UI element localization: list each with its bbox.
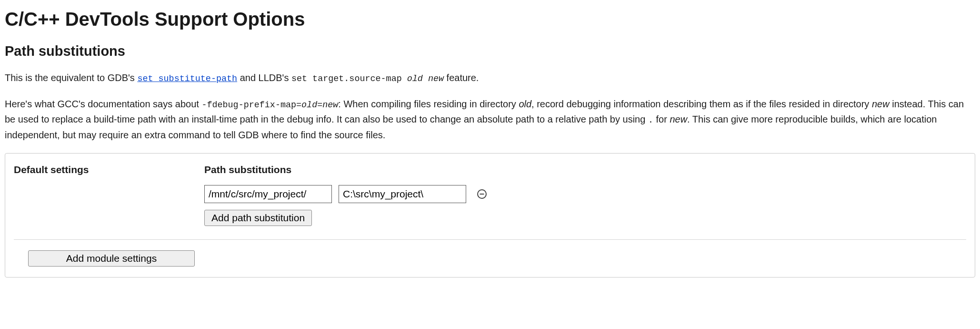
gcc-text: for (653, 114, 670, 124)
gcc-paragraph: Here's what GCC's documentation says abo… (5, 97, 975, 143)
path-from-input[interactable] (204, 185, 332, 203)
lldb-command-code: set target.source-map (291, 74, 407, 84)
remove-row-button[interactable] (476, 188, 488, 200)
page-title: C/C++ DevTools Support Options (5, 9, 975, 30)
new-italic: new (872, 99, 890, 109)
lldb-old-arg: old (407, 74, 423, 84)
intro-text: feature. (444, 72, 479, 83)
add-module-settings-button[interactable]: Add module settings (28, 250, 195, 267)
path-substitution-row (204, 185, 966, 203)
gcc-flag-old: old (301, 100, 317, 110)
gcc-flag-eq: = (317, 100, 322, 110)
add-path-substitution-button[interactable]: Add path substitution (204, 210, 312, 226)
intro-paragraph: This is the equivalent to GDB's set subs… (5, 71, 975, 86)
remove-icon (477, 189, 487, 199)
path-substitutions-label: Path substitutions (204, 164, 966, 175)
path-to-input[interactable] (339, 185, 466, 203)
new-italic-2: new (670, 114, 687, 124)
divider (14, 239, 966, 240)
gcc-text: : When compiling files residing in direc… (338, 99, 519, 109)
settings-panel: Default settings Path substitutions Add … (5, 153, 975, 278)
code-space (423, 74, 428, 84)
dot-mono: . (648, 115, 653, 125)
intro-text: This is the equivalent to GDB's (5, 72, 137, 83)
intro-text: and LLDB's (237, 72, 291, 83)
default-settings-label: Default settings (14, 164, 204, 175)
gcc-flag-code: -fdebug-prefix-map= (201, 100, 301, 110)
lldb-new-arg: new (428, 74, 444, 84)
old-italic: old (519, 99, 531, 109)
section-heading: Path substitutions (5, 43, 975, 59)
gcc-text: , record debugging information describin… (531, 99, 872, 109)
set-substitute-path-link[interactable]: set substitute-path (137, 74, 237, 84)
gcc-flag-new: new (322, 100, 338, 110)
gcc-text: Here's what GCC's documentation says abo… (5, 99, 201, 109)
